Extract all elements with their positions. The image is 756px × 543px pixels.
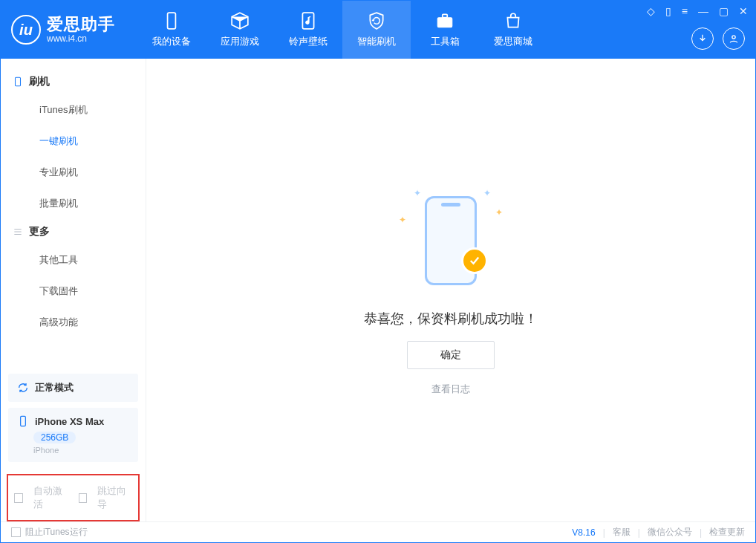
svg-rect-5 <box>16 77 21 86</box>
footer-link-wechat[interactable]: 微信公众号 <box>648 526 692 539</box>
sidebar-group-more[interactable]: 更多 <box>1 219 146 244</box>
device-icon <box>162 11 181 30</box>
version-label: V8.16 <box>572 527 595 538</box>
success-illustration: ✦ ✦ ✦ ✦ <box>391 185 510 296</box>
svg-point-4 <box>732 36 735 39</box>
auto-activate-label: 自动激活 <box>33 484 68 511</box>
device-mode-label: 正常模式 <box>35 381 74 394</box>
tab-ringtone-wallpaper[interactable]: 铃声壁纸 <box>274 1 342 59</box>
menu-icon[interactable]: ≡ <box>682 5 688 17</box>
highlighted-options: 自动激活 跳过向导 <box>7 474 140 521</box>
sidebar-item-other-tools[interactable]: 其他工具 <box>39 244 146 276</box>
skip-guide-label: 跳过向导 <box>97 484 132 511</box>
close-button[interactable]: ✕ <box>739 5 748 17</box>
tab-label: 工具箱 <box>431 35 460 48</box>
tab-my-device[interactable]: 我的设备 <box>137 1 206 59</box>
app-logo: iu 爱思助手 www.i4.cn <box>11 15 115 45</box>
view-log-link[interactable]: 查看日志 <box>431 383 470 396</box>
window-controls: ◇ ▯ ≡ — ▢ ✕ <box>647 5 748 17</box>
tab-label: 应用游戏 <box>221 35 259 48</box>
svg-rect-2 <box>437 18 452 27</box>
header-bar: iu 爱思助手 www.i4.cn 我的设备 应用游戏 铃声壁纸 智能刷机 工具… <box>1 1 755 59</box>
success-check-icon <box>461 247 488 274</box>
app-url: www.i4.cn <box>47 34 115 45</box>
cube-icon <box>230 11 250 30</box>
tab-label: 铃声壁纸 <box>289 35 328 48</box>
sparkle-icon: ✦ <box>483 188 491 198</box>
group-title: 刷机 <box>29 75 50 88</box>
checkbox-skip-guide[interactable] <box>79 493 88 503</box>
device-mode-box[interactable]: 正常模式 <box>8 374 138 402</box>
device-name: iPhone XS Max <box>35 416 104 427</box>
tshirt-icon[interactable]: ◇ <box>647 5 655 17</box>
phone-icon <box>17 415 29 427</box>
sync-icon <box>17 382 29 394</box>
device-storage-badge: 256GB <box>33 432 76 443</box>
footer-link-update[interactable]: 检查更新 <box>709 526 745 539</box>
sidebar: 刷机 iTunes刷机 一键刷机 专业刷机 批量刷机 更多 其他工具 下载固件 … <box>1 59 146 521</box>
logo-icon: iu <box>11 15 41 45</box>
tab-label: 我的设备 <box>152 35 191 48</box>
checkbox-block-itunes[interactable] <box>11 527 21 537</box>
main-tabs: 我的设备 应用游戏 铃声壁纸 智能刷机 工具箱 爱思商城 <box>137 1 547 59</box>
sidebar-item-itunes-flash[interactable]: iTunes刷机 <box>39 94 146 126</box>
block-itunes-label: 阻止iTunes运行 <box>25 526 88 539</box>
phone-small-icon[interactable]: ▯ <box>665 5 671 17</box>
app-name: 爱思助手 <box>47 15 115 33</box>
tab-toolbox[interactable]: 工具箱 <box>411 1 479 59</box>
tab-apps-games[interactable]: 应用游戏 <box>206 1 274 59</box>
sidebar-item-download-firmware[interactable]: 下载固件 <box>39 276 146 307</box>
device-info-box[interactable]: iPhone XS Max 256GB iPhone <box>8 408 138 462</box>
main-area: 刷机 iTunes刷机 一键刷机 专业刷机 批量刷机 更多 其他工具 下载固件 … <box>1 59 755 521</box>
checkbox-auto-activate[interactable] <box>14 493 23 503</box>
maximize-button[interactable]: ▢ <box>719 5 729 17</box>
toolbox-icon <box>435 11 454 30</box>
result-message: 恭喜您，保资料刷机成功啦！ <box>364 310 538 328</box>
ok-button[interactable]: 确定 <box>407 341 495 369</box>
footer-bar: 阻止iTunes运行 V8.16 | 客服 | 微信公众号 | 检查更新 <box>1 521 755 542</box>
sidebar-item-oneclick-flash[interactable]: 一键刷机 <box>39 126 146 157</box>
header-actions <box>691 27 745 50</box>
music-file-icon <box>299 11 318 30</box>
download-button[interactable] <box>691 27 714 50</box>
sparkle-icon: ✦ <box>414 188 421 198</box>
shield-refresh-icon <box>367 11 386 30</box>
sidebar-group-flash[interactable]: 刷机 <box>1 69 146 94</box>
device-type: iPhone <box>33 446 129 455</box>
sidebar-item-pro-flash[interactable]: 专业刷机 <box>39 157 146 188</box>
sparkle-icon: ✦ <box>495 207 503 218</box>
list-icon <box>13 227 23 237</box>
divider: | <box>603 527 605 538</box>
tab-store[interactable]: 爱思商城 <box>479 1 547 59</box>
sidebar-item-advanced[interactable]: 高级功能 <box>39 307 146 338</box>
bag-icon <box>504 11 523 30</box>
tab-smart-flash[interactable]: 智能刷机 <box>342 1 411 59</box>
tab-label: 爱思商城 <box>494 35 532 48</box>
phone-outline-icon <box>13 77 23 87</box>
svg-rect-6 <box>21 416 26 426</box>
sparkle-icon: ✦ <box>399 215 406 225</box>
tab-label: 智能刷机 <box>357 35 396 48</box>
minimize-button[interactable]: — <box>698 5 708 17</box>
group-title: 更多 <box>29 225 50 238</box>
sidebar-item-batch-flash[interactable]: 批量刷机 <box>39 188 146 219</box>
divider: | <box>638 527 640 538</box>
user-button[interactable] <box>723 27 745 50</box>
svg-rect-0 <box>168 13 176 29</box>
svg-rect-3 <box>443 14 448 17</box>
footer-link-support[interactable]: 客服 <box>613 526 630 539</box>
divider: | <box>700 527 702 538</box>
content-panel: ✦ ✦ ✦ ✦ 恭喜您，保资料刷机成功啦！ 确定 查看日志 <box>146 59 755 521</box>
